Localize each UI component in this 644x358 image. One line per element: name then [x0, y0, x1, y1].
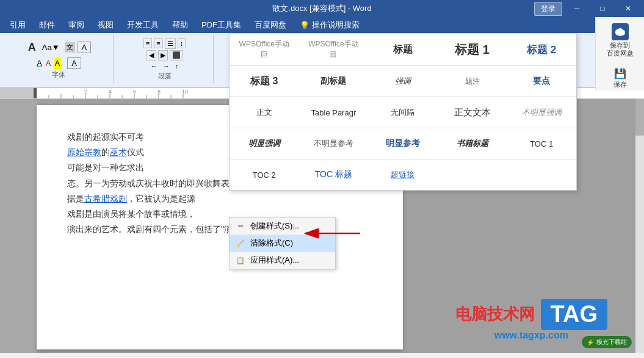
- style-book-title[interactable]: 书籍标题: [438, 128, 507, 159]
- style-toc2[interactable]: TOC 2: [230, 159, 299, 190]
- cloud-icon: [614, 26, 626, 38]
- close-button[interactable]: ✕: [617, 1, 639, 16]
- jiaguang-logo: ⚡ 极光下载站: [582, 336, 632, 348]
- ribbon-font-label: 字体: [52, 70, 65, 79]
- window-title: 散文.docx [兼容模式] - Word: [272, 3, 371, 14]
- style-grid-row3: 正文 Table Paragr 无间隔 正文文本 不明显强调: [230, 97, 576, 128]
- clear-format-icon: 🧹: [236, 238, 245, 248]
- save-label: 保存: [613, 81, 627, 89]
- style-key[interactable]: 要点: [507, 66, 576, 97]
- style-empty1: [438, 159, 507, 190]
- save-icon: 💾: [612, 67, 629, 79]
- menu-baidu[interactable]: 百度网盘: [248, 18, 292, 32]
- svg-text:6: 6: [133, 89, 136, 95]
- save-to-baidu-button[interactable]: 保存到百度网盘: [599, 21, 642, 60]
- maximize-button[interactable]: □: [592, 1, 613, 16]
- create-style-icon: ✏: [236, 221, 245, 231]
- menu-search-label: 操作说明搜索: [312, 20, 360, 31]
- style-hyperlink[interactable]: 超链接: [368, 159, 438, 190]
- watermark: 电脑技术网 TAG www.tagxp.com: [455, 299, 607, 341]
- baidu-save-icon: [612, 23, 629, 40]
- style-subtle-ref[interactable]: 不明显参考: [299, 128, 369, 159]
- apply-style-icon: 📋: [236, 255, 245, 265]
- ctx-create-label: 创建样式(S)...: [250, 221, 299, 232]
- watermark-text: 电脑技术网: [455, 304, 535, 325]
- style-empty2: [507, 159, 576, 190]
- style-grid-row5: TOC 2 TOC 标题 超链接: [230, 159, 576, 190]
- style-subtitle[interactable]: 副标题: [299, 66, 369, 97]
- ctx-apply-label: 应用样式(A)...: [250, 255, 299, 266]
- save-button[interactable]: 💾 保存: [599, 65, 642, 91]
- menu-devtools[interactable]: 开发工具: [121, 18, 165, 32]
- ribbon-para-group: ≡ ≡ ☰ ↕ ◀ ▶ ⬛ ← → ↑ 段落: [116, 35, 214, 83]
- style-toc-heading[interactable]: TOC 标题: [299, 159, 369, 190]
- svg-text:10: 10: [182, 89, 188, 95]
- menu-review[interactable]: 审阅: [62, 18, 90, 32]
- style-normal[interactable]: 正文: [230, 97, 299, 128]
- svg-text:2: 2: [84, 89, 87, 95]
- jiaguang-icon: ⚡: [587, 339, 594, 346]
- right-panel: 保存到百度网盘 💾 保存: [595, 17, 644, 90]
- style-intense-ref[interactable]: 明显参考: [368, 128, 438, 159]
- arrow-indicator: [293, 224, 366, 246]
- vertical-scrollbar[interactable]: [635, 99, 644, 353]
- style-heading3[interactable]: 标题 3: [230, 66, 299, 97]
- style-grid-row2: 标题 3 副标题 强调 题注 要点: [230, 66, 576, 97]
- menu-view[interactable]: 视图: [92, 18, 120, 32]
- style-toc1[interactable]: TOC 1: [507, 128, 576, 159]
- left-margin: [0, 99, 37, 353]
- style-heading[interactable]: 标题: [368, 34, 438, 65]
- login-button[interactable]: 登录: [534, 2, 562, 16]
- style-grid-row4: 明显强调 不明显参考 明显参考 书籍标题 TOC 1: [230, 128, 576, 159]
- doc-line-5: 据是古希腊戏剧，它被认为是起源: [67, 191, 372, 206]
- style-panel: WPSOffice手动巨 WPSOffice手动目 标题 标题 1 标题 2 标…: [229, 33, 577, 191]
- arrow-svg: [293, 224, 366, 243]
- ribbon-para-label: 段落: [158, 71, 172, 81]
- svg-point-22: [617, 28, 623, 34]
- link-greek[interactable]: 古希腊戏剧: [84, 194, 127, 203]
- ctx-clear-label: 清除格式(C): [250, 238, 293, 249]
- style-bodytext[interactable]: 正文文本: [438, 97, 507, 128]
- svg-text:4: 4: [109, 89, 112, 95]
- link-witchcraft[interactable]: 巫术: [110, 147, 127, 157]
- watermark-tag: TAG: [541, 299, 607, 330]
- menu-help[interactable]: 帮助: [166, 18, 194, 32]
- style-wps1[interactable]: WPSOffice手动巨: [230, 34, 299, 65]
- watermark-url: www.tagxp.com: [494, 330, 568, 341]
- style-table-para[interactable]: Table Paragr: [299, 97, 369, 128]
- menu-citation[interactable]: 引用: [4, 18, 32, 32]
- ribbon-font-group: A Aa▼ 文 A A A A A 字体: [4, 35, 114, 83]
- ctx-apply-style[interactable]: 📋 应用样式(A)...: [230, 252, 335, 269]
- style-wps2[interactable]: WPSOffice手动目: [299, 34, 369, 65]
- minimize-button[interactable]: ─: [566, 1, 588, 16]
- menu-mail[interactable]: 邮件: [33, 18, 61, 32]
- lightbulb-icon: 💡: [300, 21, 309, 30]
- style-intense-em[interactable]: 明显强调: [230, 128, 299, 159]
- svg-text:8: 8: [157, 89, 161, 95]
- style-grid-row1: WPSOffice手动巨 WPSOffice手动目 标题 标题 1 标题 2: [230, 34, 576, 66]
- style-heading2[interactable]: 标题 2: [507, 34, 576, 65]
- save-baidu-label: 保存到百度网盘: [607, 42, 634, 57]
- style-subtle-em[interactable]: 不明显强调: [507, 97, 576, 128]
- jiaguang-label: 极光下载站: [596, 338, 627, 346]
- menu-bar: 引用 邮件 审阅 视图 开发工具 帮助 PDF工具集 百度网盘 💡 操作说明搜索: [0, 17, 644, 33]
- style-caption[interactable]: 题注: [438, 66, 507, 97]
- style-heading1[interactable]: 标题 1: [438, 34, 507, 65]
- link-religion[interactable]: 原始宗教: [67, 147, 101, 157]
- style-emphasis[interactable]: 强调: [368, 66, 438, 97]
- menu-search[interactable]: 💡 操作说明搜索: [294, 18, 366, 32]
- menu-pdf[interactable]: PDF工具集: [195, 18, 247, 32]
- style-no-spacing[interactable]: 无间隔: [368, 97, 438, 128]
